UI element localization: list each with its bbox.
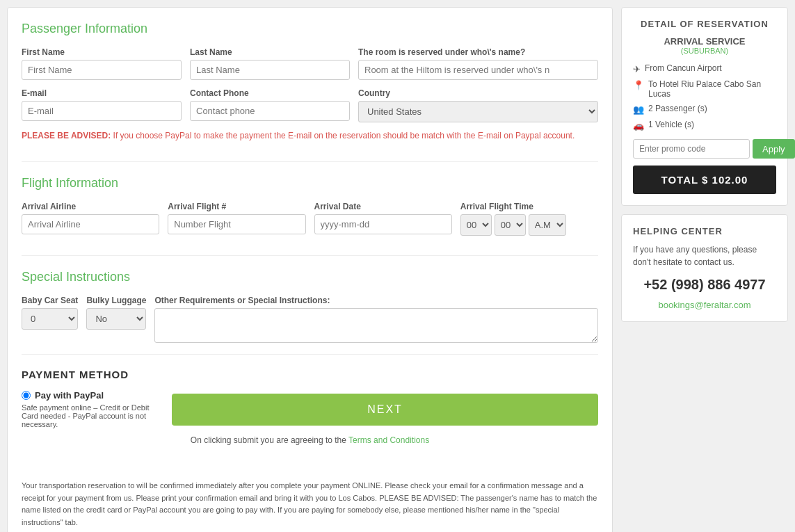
helping-desc: If you have any questions, please don't … xyxy=(633,243,776,268)
location-icon: 📍 xyxy=(633,80,644,90)
arrival-airline-label: Arrival Airline xyxy=(22,202,159,211)
last-name-input[interactable] xyxy=(190,60,350,80)
disclaimer-text-1: Your transportation reservation to will … xyxy=(22,480,598,529)
arrival-date-input[interactable] xyxy=(314,214,452,234)
arrival-service-title: ARRIVAL SERVICE xyxy=(633,36,776,47)
terms-link[interactable]: Terms and Conditions xyxy=(348,435,429,445)
helping-phone: +52 (998) 886 4977 xyxy=(633,277,776,293)
bulky-luggage-label: Bulky Luggage xyxy=(86,296,146,305)
first-name-label: First Name xyxy=(22,47,182,57)
to-item: 📍 To Hotel Riu Palace Cabo San Lucas xyxy=(633,79,776,99)
baby-car-seat-label: Baby Car Seat xyxy=(22,296,78,305)
last-name-label: Last Name xyxy=(190,47,350,57)
baby-car-seat-select[interactable]: 0 1 2 xyxy=(22,308,78,330)
promo-code-input[interactable] xyxy=(633,139,750,159)
special-section-title: Special Instructions xyxy=(22,270,598,284)
reservation-detail-panel: DETAIL OF RESERVATION ARRIVAL SERVICE (S… xyxy=(621,7,788,206)
other-requirements-label: Other Requirements or Special Instructio… xyxy=(154,296,598,305)
helping-center-title: HELPING CENTER xyxy=(633,226,776,236)
arrival-flight-input[interactable] xyxy=(168,214,305,234)
arrival-minute-select[interactable]: 00 xyxy=(495,214,526,236)
payment-method-title: PAYMENT METHOD xyxy=(22,369,598,380)
total-button: TOTAL $ 102.00 xyxy=(633,166,776,194)
passengers-icon: 👥 xyxy=(633,104,644,115)
paypal-label-text: Pay with PayPal xyxy=(35,390,104,401)
country-label: Country xyxy=(358,88,598,98)
arrival-hour-select[interactable]: 00 xyxy=(460,214,492,236)
advisory-text: PLEASE BE ADVISED: If you choose PayPal … xyxy=(22,131,598,140)
helping-center-panel: HELPING CENTER If you have any questions… xyxy=(621,214,788,322)
first-name-input[interactable] xyxy=(22,60,182,80)
country-select[interactable]: United States xyxy=(358,101,598,122)
passenger-section-title: Passenger Information xyxy=(22,22,598,36)
passengers-item: 👥 2 Passenger (s) xyxy=(633,104,776,115)
arrival-flight-label: Arrival Flight # xyxy=(168,202,305,211)
terms-line: On clicking submit you are agreeing to t… xyxy=(22,435,598,445)
contact-phone-input[interactable] xyxy=(190,101,350,121)
vehicle-icon: 🚗 xyxy=(633,120,644,131)
email-input[interactable] xyxy=(22,101,182,121)
room-label: The room is reserved under who\'s name? xyxy=(358,47,598,57)
paypal-sub-text: Safe payment online – Credit or Debit Ca… xyxy=(22,403,161,428)
apply-button[interactable]: Apply xyxy=(753,139,795,159)
from-item: ✈ From Cancun Airport xyxy=(633,63,776,74)
helping-email[interactable]: bookings@feraltar.com xyxy=(633,300,776,310)
room-input[interactable] xyxy=(358,60,598,80)
plane-icon: ✈ xyxy=(633,64,641,74)
bulky-luggage-select[interactable]: No Yes xyxy=(86,308,146,330)
other-requirements-textarea[interactable] xyxy=(154,308,598,343)
arrival-ampm-select[interactable]: A.M P.M xyxy=(529,214,566,236)
reservation-detail-title: DETAIL OF RESERVATION xyxy=(633,19,776,29)
arrival-airline-input[interactable] xyxy=(22,214,159,234)
email-label: E-mail xyxy=(22,88,182,98)
contact-phone-label: Contact Phone xyxy=(190,88,350,98)
next-button[interactable]: NEXT xyxy=(172,394,598,426)
arrival-date-label: Arrival Date xyxy=(314,202,452,211)
flight-section-title: Flight Information xyxy=(22,176,598,191)
arrival-service-sub: (SUBURBAN) xyxy=(633,47,776,55)
paypal-radio[interactable] xyxy=(22,391,31,400)
arrival-time-label: Arrival Flight Time xyxy=(460,202,598,211)
vehicles-item: 🚗 1 Vehicle (s) xyxy=(633,120,776,131)
